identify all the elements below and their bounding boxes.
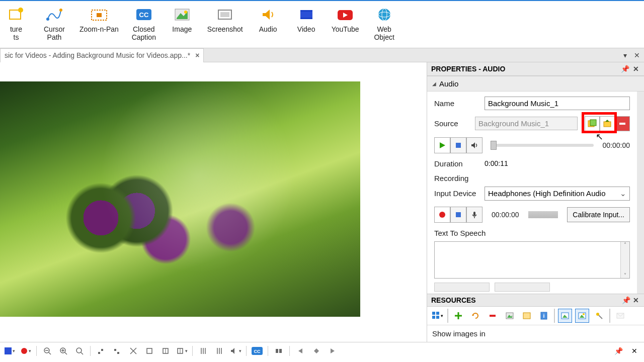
stop-button[interactable]: [450, 137, 466, 153]
separator: [192, 346, 193, 356]
tabs-dropdown-icon[interactable]: ▾: [621, 51, 629, 59]
document-tabs: sic for Videos - Adding Background Music…: [0, 48, 644, 62]
volume-button[interactable]: [466, 137, 482, 153]
resources-body: Show images in: [427, 325, 644, 342]
chevron-down-icon: ⌄: [620, 189, 626, 198]
resources-close-icon[interactable]: ✕: [632, 296, 640, 304]
tl-marker1-button[interactable]: [197, 344, 210, 357]
tl-pin-button[interactable]: 📌: [612, 344, 625, 357]
res-add-button[interactable]: [451, 309, 465, 323]
tab-close-icon[interactable]: ×: [195, 51, 199, 59]
slider-thumb-icon[interactable]: [491, 141, 497, 150]
svg-marker-29: [471, 142, 475, 148]
tl-close-button[interactable]: ✕: [628, 344, 641, 357]
properties-close-icon[interactable]: ✕: [632, 65, 640, 73]
input-device-label: Input Device: [434, 189, 479, 198]
ribbon-audio[interactable]: Audio: [252, 4, 284, 34]
tl-prev-button[interactable]: [294, 344, 307, 357]
name-input[interactable]: [485, 97, 630, 110]
resources-pin-icon[interactable]: 📌: [622, 296, 630, 304]
tl-snap-end-button[interactable]: [111, 344, 124, 357]
ribbon-video[interactable]: Video: [290, 4, 323, 34]
tts-textarea[interactable]: [435, 242, 620, 278]
ribbon-screenshot[interactable]: Screenshot: [204, 4, 246, 34]
res-img1-button[interactable]: [503, 309, 517, 323]
tl-cc-button[interactable]: CC: [251, 344, 264, 357]
tl-cut-button[interactable]: [127, 344, 140, 357]
record-progress: [528, 211, 558, 218]
tts-scrollbar[interactable]: ˄˅: [620, 242, 629, 278]
svg-rect-86: [276, 349, 278, 353]
ribbon-image-label: Image: [172, 25, 192, 33]
calibrate-button[interactable]: Calibrate Input...: [567, 207, 630, 222]
play-button[interactable]: [434, 137, 450, 153]
svg-text:CC: CC: [254, 349, 261, 354]
res-thumb1-button[interactable]: [558, 309, 572, 323]
input-device-select[interactable]: Headphones (High Definition Audio ⌄: [485, 187, 630, 201]
capture-icon: [3, 5, 29, 24]
record-stop-button[interactable]: [450, 207, 466, 223]
svg-line-59: [49, 352, 51, 354]
ribbon-youtube[interactable]: YouTube: [329, 4, 362, 34]
main-area: PROPERTIES - AUDIO 📌 ✕ ◢ Audio Name Sour…: [0, 62, 644, 342]
properties-pin-icon[interactable]: 📌: [621, 65, 629, 73]
tl-stop-button[interactable]: ▾: [3, 344, 16, 357]
tl-del-button[interactable]: [143, 344, 156, 357]
ribbon-web-object[interactable]: WebObject: [368, 4, 400, 42]
canvas-image: [0, 81, 360, 317]
record-button[interactable]: [434, 207, 450, 223]
input-device-value: Headphones (High Definition Audio: [488, 189, 606, 198]
ribbon-cursor-path[interactable]: CursorPath: [38, 4, 70, 42]
tl-zoom-in-button[interactable]: [57, 344, 70, 357]
ribbon-web-object-label: WebObject: [374, 25, 394, 41]
svg-marker-90: [331, 348, 335, 353]
tabs-close-all-icon[interactable]: ✕: [633, 51, 641, 59]
tts-btn-2[interactable]: [495, 283, 550, 292]
res-tool-button[interactable]: [592, 309, 606, 323]
tl-record-button[interactable]: ▾: [19, 344, 32, 357]
tl-keyframe-button[interactable]: [310, 344, 323, 357]
source-import-button[interactable]: [600, 116, 615, 131]
svg-point-64: [76, 348, 82, 353]
tl-zoom-out-button[interactable]: [41, 344, 54, 357]
source-browse-button[interactable]: [585, 116, 600, 131]
res-img2-button[interactable]: [520, 309, 534, 323]
res-thumb2-button[interactable]: [575, 309, 589, 323]
tl-snap-start-button[interactable]: [95, 344, 108, 357]
ribbon-capture[interactable]: turets: [0, 4, 32, 42]
ribbon-screenshot-label: Screenshot: [207, 25, 243, 33]
tts-box: ˄˅: [434, 241, 630, 279]
source-remove-button[interactable]: [615, 116, 630, 131]
svg-point-30: [439, 212, 445, 218]
svg-marker-13: [263, 10, 270, 20]
res-info-button[interactable]: i: [537, 309, 551, 323]
svg-rect-35: [436, 312, 439, 315]
res-delete-button[interactable]: [486, 309, 500, 323]
audio-section-header[interactable]: ◢ Audio: [427, 76, 644, 92]
tl-marker2-button[interactable]: [213, 344, 226, 357]
document-tab[interactable]: sic for Videos - Adding Background Music…: [0, 48, 204, 62]
tl-audio-button[interactable]: ▾: [229, 344, 242, 357]
mic-button[interactable]: [466, 207, 482, 223]
ribbon-closed-caption[interactable]: CC ClosedCaption: [128, 4, 160, 42]
cursor-path-icon: [41, 5, 67, 24]
svg-rect-24: [604, 122, 611, 127]
ribbon-image[interactable]: Image: [166, 4, 198, 34]
res-refresh-button[interactable]: [468, 309, 482, 323]
tts-buttons: [434, 283, 630, 292]
svg-rect-28: [456, 143, 461, 148]
ribbon-cursor-path-label: CursorPath: [44, 25, 65, 41]
tl-next-button[interactable]: [326, 344, 339, 357]
zoom-pan-icon: [86, 5, 112, 24]
ribbon-zoom-pan[interactable]: Zoom-n-Pan: [76, 4, 122, 34]
res-view-grid-button[interactable]: ▾: [430, 309, 444, 323]
play-slider[interactable]: [492, 144, 594, 147]
tl-ins2-button[interactable]: ▾: [175, 344, 188, 357]
canvas[interactable]: [0, 62, 427, 342]
tl-arrange-button[interactable]: [272, 344, 285, 357]
properties-panel: PROPERTIES - AUDIO 📌 ✕ ◢ Audio Name Sour…: [427, 62, 644, 342]
ribbon-youtube-label: YouTube: [332, 25, 359, 33]
tl-zoom-fit-button[interactable]: [73, 344, 86, 357]
tts-btn-1[interactable]: [434, 283, 490, 292]
tl-ins-button[interactable]: [159, 344, 172, 357]
